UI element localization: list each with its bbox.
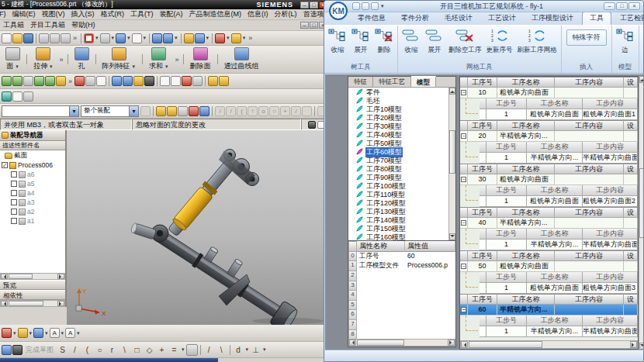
hatch-icon[interactable] xyxy=(144,76,154,86)
grid-red-icon[interactable] xyxy=(171,76,181,86)
table-row[interactable]: −60半精铣单方向... xyxy=(460,305,638,315)
finish-sketch-button[interactable]: 完成草图 xyxy=(23,345,56,355)
table-row[interactable]: 1粗铣单方向曲面粗铣单方向曲面1，留余 xyxy=(480,109,638,120)
chevron-down-icon[interactable]: ▾ xyxy=(174,35,178,41)
chevron-down-icon[interactable]: ▾ xyxy=(242,35,247,41)
tab-工序模型设计[interactable]: 工序模型设计 xyxy=(525,12,580,25)
compass-icon[interactable] xyxy=(189,106,199,116)
chevron-down-icon[interactable]: ▾ xyxy=(164,64,169,70)
chevron-down-icon[interactable]: ▾ xyxy=(181,346,185,353)
side-tab-特征工艺[interactable]: 特征工艺 xyxy=(373,77,411,87)
fit-view-icon[interactable] xyxy=(84,33,94,43)
table-row[interactable]: 1半精铣单方向...半精铣单方向曲面1 xyxy=(480,153,638,164)
side-tab-模型[interactable]: 模型 xyxy=(411,76,436,87)
menu-item[interactable]: 产品制造信息(M) xyxy=(186,9,245,20)
table-row[interactable]: −50粗铣单方向曲面 xyxy=(460,261,638,272)
mdi-restore-icon[interactable]: □ xyxy=(310,22,318,29)
grid-collapse-button[interactable]: 收缩 xyxy=(400,26,423,57)
chamfer-icon[interactable]: \ xyxy=(119,344,130,356)
tree-vscrollbar[interactable] xyxy=(448,88,455,240)
navigator-column-header[interactable]: 描述性部件名 xyxy=(0,141,65,150)
table-row[interactable]: 5 xyxy=(348,301,455,311)
toolbar-overflow-icon[interactable]: » xyxy=(174,56,181,64)
arc-icon[interactable]: ( xyxy=(81,344,93,356)
fillet-icon[interactable]: r xyxy=(106,344,118,356)
chevron-down-icon[interactable]: ▾ xyxy=(49,64,54,70)
table-row[interactable]: −30粗铣单方向曲面 xyxy=(460,174,638,185)
tree-item[interactable]: 工序160模型 xyxy=(356,233,455,240)
text-note-icon[interactable]: A xyxy=(50,328,60,338)
product-outline-icon[interactable] xyxy=(195,33,205,43)
chevron-down-icon[interactable]: ▾ xyxy=(29,330,33,336)
check-part-icon[interactable] xyxy=(34,76,44,86)
navigator-tree-item[interactable]: a6 xyxy=(0,170,65,179)
snap-up-icon[interactable]: ↑ xyxy=(248,106,258,116)
minimize-icon[interactable]: – xyxy=(300,2,309,9)
navigator-tree-item[interactable]: a5 xyxy=(0,179,65,188)
table-row[interactable]: 8 xyxy=(348,330,455,339)
part-gold-icon[interactable] xyxy=(56,76,66,86)
windows-taskbar[interactable] xyxy=(0,358,218,362)
save-icon[interactable] xyxy=(23,33,33,43)
menu-item[interactable]: 工具(T) xyxy=(127,9,157,20)
menu-item[interactable]: 信息(I) xyxy=(244,9,272,20)
link-gray-icon[interactable] xyxy=(140,106,151,116)
menu-item[interactable]: 开目工具箱 xyxy=(27,20,68,31)
table-row[interactable]: 1工序模型文件Process006.p xyxy=(348,261,455,271)
new-file-icon[interactable] xyxy=(2,33,12,43)
checkbox[interactable] xyxy=(11,181,17,187)
qat-chevron-down-icon[interactable]: ▾ xyxy=(380,3,385,9)
tab-毛坯设计[interactable]: 毛坯设计 xyxy=(438,12,480,25)
qat-save-icon[interactable] xyxy=(371,2,379,10)
collapse-expander-icon[interactable]: − xyxy=(461,177,466,182)
sheets-icon[interactable] xyxy=(12,76,23,86)
table-row[interactable]: 4 xyxy=(348,291,455,301)
navigator-tree-item[interactable]: a2 xyxy=(0,207,65,216)
capsule-icon[interactable] xyxy=(23,76,33,86)
cut-icon[interactable] xyxy=(39,33,49,43)
grid-delete-button[interactable]: 删除空工序 xyxy=(446,26,484,57)
extend-icon[interactable]: \ xyxy=(216,344,227,356)
toolbar-overflow-icon[interactable]: » xyxy=(67,78,74,85)
delete-face-button[interactable]: 删除面 xyxy=(186,47,215,72)
circle-icon[interactable]: ○ xyxy=(94,344,106,356)
property-hscrollbar[interactable] xyxy=(348,339,455,346)
eraser-icon[interactable] xyxy=(85,76,95,86)
box-redblue-icon[interactable] xyxy=(199,106,209,116)
snap-plus-icon[interactable]: + xyxy=(280,106,290,116)
navigator-tree-item[interactable]: ✓Process006 xyxy=(0,160,65,170)
grid-expand-button[interactable]: 展开 xyxy=(423,26,446,57)
chevron-down-icon[interactable]: ▾ xyxy=(245,346,250,353)
tree-expand-button[interactable]: 展开 xyxy=(349,26,372,57)
menu-item[interactable]: 格式(R) xyxy=(98,9,128,20)
chevron-down-icon[interactable]: ▾ xyxy=(262,346,267,353)
table-row[interactable]: 1粗铣单方向曲面粗铣单方向曲面2，留余 xyxy=(480,196,638,207)
constraints-icon[interactable] xyxy=(215,33,225,43)
tab-零件信息[interactable]: 零件信息 xyxy=(351,12,393,25)
snap-circle-icon[interactable]: ○ xyxy=(269,106,279,116)
sphere-icon[interactable] xyxy=(33,328,43,338)
paste-icon[interactable] xyxy=(61,33,71,43)
dependencies-hscrollbar[interactable] xyxy=(0,300,65,307)
refresh-grid-button[interactable]: 123刷新工序网格 xyxy=(515,26,559,57)
gears-icon[interactable] xyxy=(192,76,203,86)
menu-item[interactable]: 分析(L) xyxy=(272,9,300,20)
table-row[interactable]: −10粗铣单方向曲面 xyxy=(460,88,638,98)
triangle-icon[interactable] xyxy=(160,76,170,86)
operations-vscrollbar[interactable] xyxy=(639,76,644,350)
table-row[interactable]: 0工序号60 xyxy=(348,252,455,262)
checkbox[interactable] xyxy=(11,171,17,178)
toolbar-overflow-icon[interactable]: » xyxy=(71,34,78,42)
chevron-down-icon[interactable]: ▾ xyxy=(61,330,65,336)
point-icon[interactable]: + xyxy=(156,344,168,356)
operations-hscrollbar[interactable] xyxy=(460,340,638,349)
close-icon[interactable]: × xyxy=(628,2,640,10)
selection-scope-combo[interactable]: 整个装配 ▼ xyxy=(81,105,139,117)
menu-item[interactable]: 文件(F) xyxy=(0,9,9,20)
extrude-button[interactable]: 拉伸▾ xyxy=(29,47,57,72)
navigator-tree-item[interactable]: 截面 xyxy=(0,151,65,160)
table-row[interactable]: 2 xyxy=(348,271,455,281)
maximize-icon[interactable]: □ xyxy=(616,2,628,10)
sheet-teal-icon[interactable] xyxy=(2,91,12,102)
checkbox[interactable] xyxy=(11,190,17,196)
